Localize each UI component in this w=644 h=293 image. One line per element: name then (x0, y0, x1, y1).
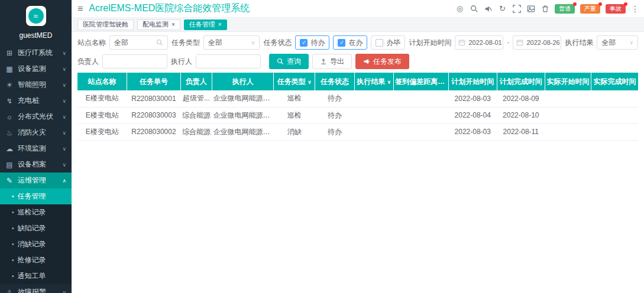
executor-input[interactable] (200, 57, 256, 66)
alarm-badge-accident[interactable]: 事故 (606, 4, 626, 14)
menu-toggle-icon[interactable]: ≡ (77, 4, 83, 14)
environment-icon: ☁ (5, 145, 14, 153)
tab-task-management[interactable]: 任务管理 × (184, 19, 227, 30)
publish-task-button[interactable]: 任务发布 (355, 54, 409, 69)
sidebar-item-ops-management[interactable]: ✎ 运维管理 ∧ (0, 172, 72, 188)
column-header-label: 执行人 (232, 77, 254, 86)
column-header-label: 站点名称 (88, 77, 116, 86)
status-filter-todo[interactable]: ✓ 待办 (295, 35, 329, 50)
sidebar-item-charging-pile[interactable]: ↯ 充电桩 ∨ (0, 93, 72, 109)
table-cell (354, 123, 393, 140)
table-cell: 企业微电网能源管... (212, 107, 274, 123)
table-row[interactable]: E楼变电站R2208030003综合能源企业微电网能源管...巡检待办2022-… (77, 107, 638, 123)
table-cell (394, 90, 449, 107)
column-header: 站点名称 (77, 73, 127, 90)
sort-caret-icon[interactable]: ∨ (387, 79, 391, 85)
help-icon[interactable]: ◎ (455, 4, 464, 13)
sidebar-subitem-repair-records[interactable]: • 抢修记录 (0, 252, 72, 268)
table-row[interactable]: E楼变电站R2208030001超级管...企业微电网能源管...巡检待办202… (77, 90, 638, 107)
column-header: 签到偏差距离(m) (394, 73, 449, 90)
sidebar-subitem-task-management[interactable]: • 任务管理 (0, 188, 72, 204)
table-cell (591, 90, 638, 107)
mute-icon[interactable] (484, 4, 493, 13)
column-header-label: 任务单号 (140, 77, 168, 86)
sidebar-subitem-defect-records[interactable]: • 缺陷记录 (0, 220, 72, 236)
table-cell: R2208030001 (127, 90, 180, 107)
chevron-down-icon: ∨ (62, 289, 66, 293)
exec-result-select[interactable]: 全部 ∨ (597, 35, 638, 50)
logo-mark: ≈ (26, 6, 46, 26)
sidebar-item-pv[interactable]: ☼ 分布式光伏 ∨ (0, 109, 72, 125)
more-icon[interactable]: ⋮ (631, 4, 639, 14)
close-icon[interactable]: × (171, 22, 175, 28)
badge-count-dot (624, 2, 627, 6)
sidebar-item-device-archive[interactable]: ▤ 设备档案 ∨ (0, 157, 72, 172)
charging-icon: ↯ (5, 97, 14, 105)
tab-hospital-cockpit[interactable]: 医院管理驾驶舱 (77, 19, 134, 30)
sidebar-item-fault-alarm[interactable]: ⚠ 故障报警 ∨ (0, 284, 72, 293)
sidebar-subitem-inspection-records[interactable]: • 巡检记录 (0, 204, 72, 220)
column-header[interactable]: 执行结果∨ (354, 73, 393, 90)
status-filter-inprogress[interactable]: ✓ 在办 (333, 35, 367, 50)
alarm-badge-normal[interactable]: 普通 (555, 4, 575, 14)
refresh-icon[interactable]: ↻ (498, 4, 507, 13)
bullet-icon: • (12, 257, 14, 263)
alarm-badge-label: 普通 (559, 5, 571, 12)
main-area: ≡ AcrelEMS-MED医院综合能效管理系统 ◎ ↻ (72, 0, 644, 293)
search-icon[interactable] (156, 39, 163, 46)
task-table-wrap: 站点名称任务单号负责人执行人任务类型∨任务状态执行结果∨签到偏差距离(m)计划开… (72, 71, 644, 141)
table-cell (591, 123, 638, 140)
checkbox-unchecked-icon[interactable] (376, 39, 383, 47)
sidebar-subitem-label: 消缺记录 (18, 239, 46, 249)
executor-label: 执行人 (171, 57, 192, 67)
table-cell: E楼变电站 (77, 107, 127, 123)
sidebar-item-fire[interactable]: ♨ 消防火灾 ∨ (0, 125, 72, 141)
username: guestMED (0, 28, 72, 45)
gallery-icon[interactable] (526, 4, 535, 13)
sidebar-subitem-defect-elimination-records[interactable]: • 消缺记录 (0, 236, 72, 252)
plan-start-date-picker[interactable]: 2022-08-01 (455, 35, 503, 50)
plan-end-date-picker[interactable]: 2022-08-26 (513, 35, 561, 50)
alarm-badge-serious[interactable]: 严重 (580, 4, 600, 14)
table-cell: 待办 (315, 107, 354, 123)
task-type-select[interactable]: 全部 ∨ (203, 35, 260, 50)
plan-end-value: 2022-08-26 (526, 39, 559, 46)
tab-power-distribution[interactable]: 配电监测 × (137, 19, 180, 30)
chevron-down-icon: ∨ (62, 50, 66, 56)
close-icon[interactable]: × (218, 22, 222, 28)
filter-panel: 站点名称 任务类型 全部 ∨ 任务状态 ✓ 待办 (72, 32, 644, 71)
sort-caret-icon[interactable]: ∨ (308, 79, 312, 85)
sidebar-subitem-notification-workorder[interactable]: • 通知工单 (0, 268, 72, 284)
sidebar-item-device-monitor[interactable]: ▦ 设备监测 ∨ (0, 61, 72, 77)
status-option-label: 在办 (348, 38, 363, 48)
sidebar-item-medical-it[interactable]: ⊞ 医疗IT系统 ∨ (0, 45, 72, 61)
table-cell: 2022-08-04 (449, 107, 497, 123)
sidebar-item-label: 运维管理 (18, 175, 46, 185)
sidebar-item-environment[interactable]: ☁ 环境监测 ∨ (0, 141, 72, 157)
bullet-icon: • (12, 225, 14, 232)
fullscreen-icon[interactable] (512, 4, 521, 13)
site-name-input[interactable] (114, 38, 153, 47)
sidebar-item-label: 故障报警 (18, 287, 46, 293)
table-cell (591, 107, 638, 123)
alarm-icon: ⚠ (5, 288, 14, 293)
chevron-down-icon: ∨ (62, 146, 66, 152)
table-header-row: 站点名称任务单号负责人执行人任务类型∨任务状态执行结果∨签到偏差距离(m)计划开… (77, 73, 638, 90)
tab-label: 任务管理 (189, 20, 215, 29)
sidebar-item-label: 智能照明 (18, 80, 46, 90)
search-icon[interactable] (470, 4, 478, 13)
column-header[interactable]: 任务类型∨ (274, 73, 315, 90)
checkbox-checked-icon[interactable]: ✓ (300, 39, 308, 47)
sidebar-item-smart-lighting[interactable]: ☀ 智能照明 ∨ (0, 77, 72, 93)
table-row[interactable]: E楼变电站R2208030002综合能源企业微电网能源管...消缺待办2022-… (77, 123, 638, 140)
search-button[interactable]: 查询 (269, 54, 309, 69)
checkbox-checked-icon[interactable]: ✓ (338, 39, 345, 47)
delete-icon[interactable] (541, 4, 549, 13)
search-button-label: 查询 (287, 57, 301, 67)
status-filter-done[interactable]: 办毕 (371, 35, 405, 50)
topbar: ≡ AcrelEMS-MED医院综合能效管理系统 ◎ ↻ (72, 0, 644, 18)
export-button[interactable]: 导出 (312, 54, 352, 69)
column-header: 计划完成时间 (497, 73, 545, 90)
owner-input[interactable] (107, 57, 163, 66)
archive-icon: ▤ (5, 161, 14, 169)
